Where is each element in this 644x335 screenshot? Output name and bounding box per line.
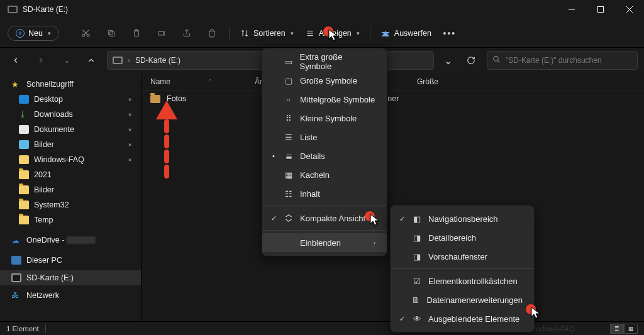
- label: Ausgeblendete Elemente: [428, 314, 519, 324]
- rename-button[interactable]: [151, 23, 172, 43]
- search-input[interactable]: "SD-Karte (E:)" durchsuchen: [487, 51, 638, 70]
- cloud-icon: ☁: [11, 236, 21, 244]
- maximize-button[interactable]: [586, 0, 615, 19]
- delete-button[interactable]: [201, 23, 223, 43]
- sidebar-this-pc[interactable]: Dieser PC: [0, 253, 141, 268]
- cursor: [370, 214, 380, 229]
- sidebar-drive[interactable]: SD-Karte (E:): [0, 270, 141, 285]
- sort-button[interactable]: Sortieren ▾: [236, 26, 297, 41]
- menu-large[interactable]: ▢Große Symbole: [262, 71, 387, 90]
- cursor: [531, 307, 541, 322]
- eject-button[interactable]: Auswerfen: [377, 26, 435, 41]
- label: Temp: [34, 216, 53, 224]
- share-button[interactable]: [176, 23, 197, 43]
- submenu-hidden[interactable]: ✓👁Ausgeblendete Elemente: [391, 309, 534, 328]
- more-button[interactable]: •••: [439, 23, 460, 43]
- sidebar-item-downloads[interactable]: ⭳Downloads✦: [0, 107, 141, 122]
- pin-icon: ✦: [125, 140, 133, 148]
- folder-icon: [19, 155, 29, 164]
- menu-list[interactable]: ☰Liste: [262, 128, 387, 146]
- item-count: 1 Element: [6, 325, 39, 332]
- label: Bilder: [34, 185, 54, 194]
- copy-button[interactable]: [101, 23, 122, 43]
- sidebar-network[interactable]: 🖧Netzwerk: [0, 288, 141, 303]
- icon: ▦: [284, 170, 294, 180]
- cut-button[interactable]: [75, 23, 97, 43]
- chevron-down-icon: ▾: [291, 30, 294, 36]
- explorer-window: SD-Karte (E:) + Neu ▾: [0, 0, 644, 335]
- details-view-button[interactable]: ≣: [610, 324, 624, 334]
- pc-icon: [11, 256, 21, 265]
- new-button[interactable]: + Neu ▾: [8, 26, 59, 41]
- paste-button[interactable]: [126, 23, 147, 43]
- sidebar-item-bilder[interactable]: Bilder: [0, 182, 141, 197]
- menu-show[interactable]: Einblenden›: [262, 233, 387, 252]
- sidebar-onedrive[interactable]: ☁OneDrive -: [0, 233, 141, 248]
- submenu-extensions[interactable]: 🗎Dateinamenerweiterungen: [391, 290, 534, 309]
- pane-icon: ◨: [412, 252, 422, 261]
- submenu-checkboxes[interactable]: ☑Elementkontrollkästchen: [391, 272, 534, 290]
- sidebar-quick-access[interactable]: ★Schnellzugriff: [0, 77, 141, 92]
- label: Dateinamenerweiterungen: [427, 295, 523, 305]
- table-row[interactable]: Fotos Dateiordner: [142, 91, 644, 107]
- sidebar-item-temp[interactable]: Temp: [0, 212, 141, 228]
- label: Dokumente: [34, 125, 74, 134]
- icon: ▭: [284, 57, 294, 67]
- sidebar-item-2021[interactable]: 2021: [0, 167, 141, 182]
- label: Kacheln: [300, 170, 330, 180]
- pin-icon: ✦: [125, 110, 133, 118]
- submenu-detail[interactable]: ◨Detailbereich: [391, 228, 534, 247]
- folder-icon: [19, 185, 29, 194]
- menu-content[interactable]: ☷Inhalt: [262, 184, 387, 203]
- close-button[interactable]: [615, 0, 644, 19]
- view-toggle: ≣ ▦: [610, 324, 638, 334]
- minimize-button[interactable]: [557, 0, 586, 19]
- menu-details[interactable]: •≣Details: [262, 146, 387, 165]
- up-button[interactable]: [82, 51, 101, 70]
- sidebar-item-desktop[interactable]: Desktop✦: [0, 92, 141, 107]
- icon: ☷: [284, 189, 294, 199]
- label: OneDrive -: [26, 236, 96, 244]
- thumbnail-view-button[interactable]: ▦: [624, 324, 638, 334]
- breadcrumb[interactable]: SD-Karte (E:): [135, 56, 180, 65]
- icon: ▢: [284, 76, 294, 85]
- menu-small[interactable]: ⠿Kleine Symbole: [262, 109, 387, 128]
- recent-button[interactable]: ⌄: [57, 51, 75, 70]
- sidebar-item-system32[interactable]: System32: [0, 197, 141, 212]
- label: Inhalt: [300, 189, 320, 199]
- menu-medium[interactable]: ▫Mittelgroße Symbole: [262, 90, 387, 109]
- cursor: [328, 29, 338, 44]
- desktop-icon: [19, 95, 29, 104]
- drive-icon: [113, 57, 123, 64]
- sort-icon: [240, 28, 250, 38]
- forward-button[interactable]: [31, 51, 50, 70]
- label: Downloads: [34, 110, 73, 119]
- new-label: Neu: [28, 29, 43, 38]
- menu-tiles[interactable]: ▦Kacheln: [262, 165, 387, 184]
- sidebar-item-windowsfaq[interactable]: Windows-FAQ✦: [0, 152, 141, 167]
- label: System32: [34, 200, 69, 209]
- submenu-preview[interactable]: ◨Vorschaufenster: [391, 247, 534, 266]
- label: Desktop: [34, 95, 63, 104]
- label: Extra große Symbole: [300, 52, 375, 71]
- address-dropdown[interactable]: ⌄: [440, 55, 455, 67]
- svg-line-19: [497, 60, 499, 62]
- sidebar-item-documents[interactable]: Dokumente✦: [0, 122, 141, 137]
- menu-extra-large[interactable]: ▭Extra große Symbole: [262, 52, 387, 71]
- label: Navigationsbereich: [428, 214, 498, 224]
- sidebar-item-pictures[interactable]: Bilder✦: [0, 137, 141, 152]
- label: Vorschaufenster: [428, 252, 487, 261]
- svg-rect-1: [598, 7, 604, 13]
- svg-rect-8: [110, 31, 114, 36]
- downloads-icon: ⭳: [19, 110, 29, 119]
- file-icon: 🗎: [411, 295, 421, 305]
- col-name[interactable]: Name⌃: [150, 77, 247, 86]
- label: Detailbereich: [428, 233, 476, 243]
- back-button[interactable]: [6, 51, 25, 70]
- sidebar: ★Schnellzugriff Desktop✦ ⭳Downloads✦ Dok…: [0, 73, 142, 321]
- col-size[interactable]: Größe: [417, 77, 467, 86]
- refresh-button[interactable]: [462, 56, 480, 65]
- eye-icon: 👁: [412, 314, 422, 324]
- submenu-navigation[interactable]: ✓◧Navigationsbereich: [391, 209, 534, 228]
- icon: ▫: [284, 95, 294, 104]
